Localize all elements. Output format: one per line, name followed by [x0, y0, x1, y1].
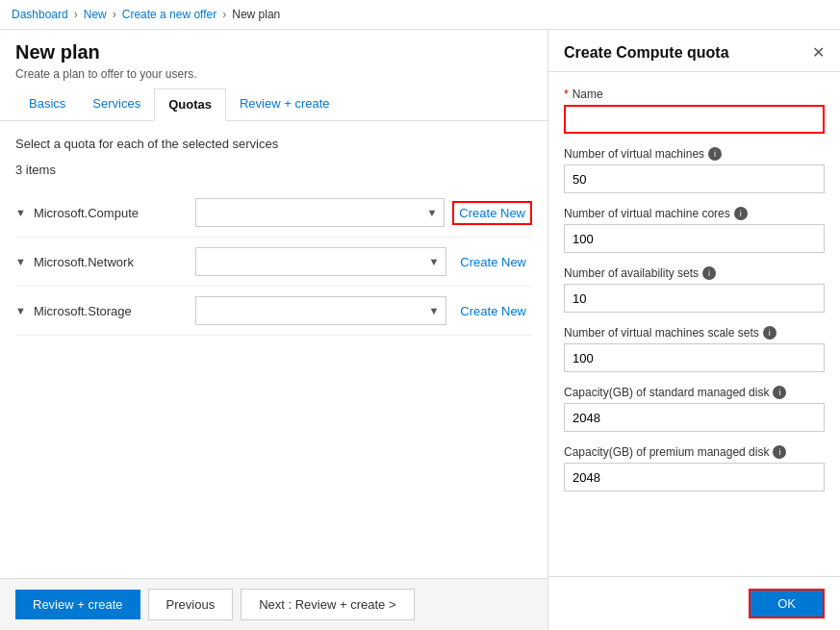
create-new-compute-button[interactable]: Create New — [452, 201, 532, 225]
field-group-vm-count: Number of virtual machines i — [564, 147, 825, 193]
left-panel: New plan Create a plan to offer to your … — [0, 30, 548, 630]
chevron-icon-compute[interactable]: ▼ — [15, 207, 26, 218]
breadcrumb-create-new-offer[interactable]: Create a new offer — [122, 8, 217, 21]
tab-basics[interactable]: Basics — [15, 88, 79, 121]
availability-sets-input[interactable] — [564, 284, 825, 313]
info-icon-vm-scale-sets[interactable]: i — [763, 326, 776, 340]
prem-managed-disk-input[interactable] — [564, 463, 825, 491]
field-label-vm-cores: Number of virtual machine cores i — [564, 207, 825, 220]
field-label-std-managed-disk: Capacity(GB) of standard managed disk i — [564, 386, 825, 399]
field-group-vm-scale-sets: Number of virtual machines scale sets i — [564, 326, 825, 372]
close-button[interactable]: ✕ — [812, 43, 825, 62]
tab-review-create[interactable]: Review + create — [226, 88, 344, 121]
page-subtitle: Create a plan to offer to your users. — [15, 67, 532, 81]
content-area: Select a quota for each of the selected … — [0, 121, 547, 578]
label-text-vm-cores: Number of virtual machine cores — [564, 207, 730, 220]
label-text-vm-scale-sets: Number of virtual machines scale sets — [564, 326, 759, 340]
bottom-bar: Review + create Previous Next : Review +… — [0, 578, 547, 630]
label-text-name: Name — [573, 88, 603, 101]
info-icon-std-managed-disk[interactable]: i — [773, 386, 786, 399]
panel-content: * Name Number of virtual machines i Numb… — [548, 72, 840, 576]
service-dropdown-network: ▼ — [195, 247, 446, 276]
breadcrumb-current: New plan — [232, 8, 280, 21]
field-group-prem-managed-disk: Capacity(GB) of premium managed disk i — [564, 445, 825, 491]
panel-title: Create Compute quota — [564, 44, 729, 62]
field-label-vm-scale-sets: Number of virtual machines scale sets i — [564, 326, 825, 340]
previous-button[interactable]: Previous — [148, 589, 234, 620]
label-text-vm-count: Number of virtual machines — [564, 147, 704, 161]
field-label-availability-sets: Number of availability sets i — [564, 266, 825, 280]
label-text-prem-managed-disk: Capacity(GB) of premium managed disk — [564, 445, 769, 459]
required-star-name: * — [564, 88, 569, 101]
tab-services[interactable]: Services — [79, 88, 154, 121]
create-new-storage-button[interactable]: Create New — [454, 300, 532, 322]
breadcrumb-dashboard[interactable]: Dashboard — [12, 8, 68, 21]
name-input[interactable] — [564, 105, 825, 134]
page-title: New plan — [15, 41, 532, 63]
field-group-availability-sets: Number of availability sets i — [564, 266, 825, 313]
review-create-button[interactable]: Review + create — [15, 590, 140, 619]
label-text-availability-sets: Number of availability sets — [564, 266, 699, 280]
ok-button[interactable]: OK — [749, 589, 825, 618]
service-row-storage: ▼ Microsoft.Storage ▼ Create New — [15, 287, 532, 336]
field-label-prem-managed-disk: Capacity(GB) of premium managed disk i — [564, 445, 825, 459]
vm-count-input[interactable] — [564, 164, 825, 193]
service-name-compute: Microsoft.Compute — [34, 206, 188, 220]
right-panel: Create Compute quota ✕ * Name Number of … — [548, 30, 840, 630]
service-dropdown-compute: ▼ — [195, 198, 445, 227]
info-icon-vm-cores[interactable]: i — [734, 207, 748, 220]
field-label-name: * Name — [564, 88, 825, 101]
panel-header: Create Compute quota ✕ — [548, 30, 840, 72]
info-icon-availability-sets[interactable]: i — [702, 266, 716, 280]
vm-scale-sets-input[interactable] — [564, 343, 825, 372]
service-name-network: Microsoft.Network — [34, 255, 188, 269]
tab-bar: Basics Services Quotas Review + create — [0, 88, 547, 121]
field-group-name: * Name — [564, 88, 825, 134]
page-header: New plan Create a plan to offer to your … — [0, 30, 547, 88]
chevron-icon-storage[interactable]: ▼ — [15, 305, 26, 316]
items-count: 3 items — [15, 163, 532, 177]
service-name-storage: Microsoft.Storage — [34, 304, 188, 318]
service-dropdown-storage: ▼ — [195, 296, 446, 325]
compute-quota-select[interactable] — [195, 198, 445, 227]
info-icon-prem-managed-disk[interactable]: i — [773, 445, 786, 459]
next-button[interactable]: Next : Review + create > — [241, 589, 414, 620]
instruction-label: Select a quota for each of the selected … — [15, 137, 532, 151]
vm-cores-input[interactable] — [564, 224, 825, 253]
field-group-vm-cores: Number of virtual machine cores i — [564, 207, 825, 253]
chevron-icon-network[interactable]: ▼ — [15, 256, 26, 267]
breadcrumb-new[interactable]: New — [84, 8, 107, 21]
service-row-network: ▼ Microsoft.Network ▼ Create New — [15, 238, 532, 287]
create-new-network-button[interactable]: Create New — [454, 251, 532, 273]
label-text-std-managed-disk: Capacity(GB) of standard managed disk — [564, 386, 769, 399]
field-label-vm-count: Number of virtual machines i — [564, 147, 825, 161]
std-managed-disk-input[interactable] — [564, 403, 825, 432]
network-quota-select[interactable] — [195, 247, 446, 276]
info-icon-vm-count[interactable]: i — [708, 147, 722, 161]
breadcrumb: Dashboard › New › Create a new offer › N… — [0, 0, 840, 30]
field-group-std-managed-disk: Capacity(GB) of standard managed disk i — [564, 386, 825, 432]
panel-footer: OK — [548, 576, 840, 630]
tab-quotas[interactable]: Quotas — [154, 88, 226, 121]
service-row-compute: ▼ Microsoft.Compute ▼ Create New — [15, 189, 532, 238]
storage-quota-select[interactable] — [195, 296, 446, 325]
